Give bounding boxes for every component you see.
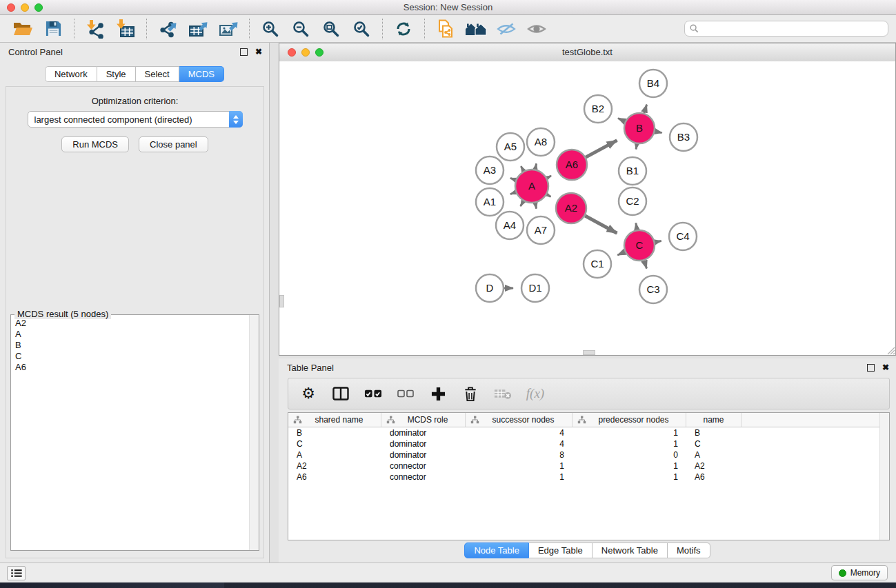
network-horizontal-scrollbar[interactable] <box>583 350 595 355</box>
criterion-dropdown[interactable]: largest connected component (directed) <box>28 111 243 128</box>
graph-node-B4[interactable]: B4 <box>639 70 667 97</box>
graph-node-A4[interactable]: A4 <box>496 212 524 239</box>
hide-selected-button[interactable] <box>493 18 519 40</box>
task-history-button[interactable] <box>7 566 26 580</box>
mcds-result-item[interactable]: A <box>15 329 249 340</box>
export-table-button[interactable] <box>185 18 211 40</box>
column-header-shared-name[interactable]: shared name <box>288 413 381 427</box>
refresh-view-button[interactable] <box>390 18 417 40</box>
table-settings-button[interactable]: ⚙ <box>299 384 317 403</box>
close-panel-icon-button[interactable]: ✖ <box>255 48 262 56</box>
graph-node-C2[interactable]: C2 <box>619 187 646 215</box>
clone-network-button[interactable] <box>432 18 459 40</box>
table-row[interactable]: Cdominator41C <box>288 438 889 449</box>
table-scrollbar[interactable] <box>879 413 889 540</box>
graph-edge-A6-B[interactable] <box>586 141 617 158</box>
graph-node-A[interactable]: A <box>515 170 548 203</box>
delete-table-button[interactable] <box>494 384 512 403</box>
close-window-button[interactable] <box>7 3 15 12</box>
zoom-out-button[interactable] <box>288 18 314 40</box>
split-columns-button[interactable] <box>332 384 350 403</box>
function-builder-button[interactable]: f(x) <box>526 384 544 403</box>
export-image-button[interactable] <box>215 18 241 40</box>
graph-edge-A-A5[interactable] <box>521 166 524 171</box>
minimize-window-button[interactable] <box>21 3 29 12</box>
import-table-button[interactable] <box>112 18 139 40</box>
column-header-mcds-role[interactable]: MCDS role <box>381 413 466 427</box>
network-vertical-scrollbar[interactable] <box>279 295 284 307</box>
graph-node-B[interactable]: B <box>624 113 655 143</box>
tab-motifs[interactable]: Motifs <box>668 543 710 558</box>
network-close-button[interactable] <box>288 48 296 57</box>
graph-node-D[interactable]: D <box>476 274 504 302</box>
import-network-button[interactable] <box>82 18 108 40</box>
tab-mcds[interactable]: MCDS <box>179 66 224 82</box>
graph-node-C3[interactable]: C3 <box>639 276 667 303</box>
column-header-predecessor-nodes[interactable]: predecessor nodes <box>573 413 686 427</box>
delete-column-button[interactable] <box>461 384 479 403</box>
mcds-result-item[interactable]: B <box>15 340 249 351</box>
graph-node-B3[interactable]: B3 <box>670 123 697 151</box>
graph-node-C4[interactable]: C4 <box>669 223 697 250</box>
open-file-button[interactable] <box>10 18 36 40</box>
close-panel-button[interactable]: Close panel <box>139 136 208 152</box>
table-row[interactable]: A2connector11A2 <box>288 460 889 472</box>
graph-edge-B-B3[interactable] <box>655 132 662 133</box>
graph-edge-A-A1[interactable] <box>510 192 516 194</box>
graph-node-B1[interactable]: B1 <box>619 157 646 185</box>
network-minimize-button[interactable] <box>301 48 310 57</box>
network-window-titlebar[interactable]: testGlobe.txt <box>279 43 895 62</box>
table-row[interactable]: Bdominator41B <box>288 427 889 438</box>
graph-node-A2[interactable]: A2 <box>556 193 586 223</box>
float-table-panel-button[interactable] <box>867 364 875 372</box>
graph-edge-C-C4[interactable] <box>655 241 661 243</box>
memory-button[interactable]: Memory <box>831 565 888 580</box>
resize-grip-icon[interactable] <box>886 345 895 355</box>
graph-edge-B-B1[interactable] <box>636 144 637 150</box>
zoom-selected-button[interactable] <box>348 18 375 40</box>
tab-network[interactable]: Network <box>45 66 97 82</box>
graph-node-A5[interactable]: A5 <box>497 133 524 161</box>
graph-node-A1[interactable]: A1 <box>476 188 504 216</box>
save-session-button[interactable] <box>40 18 66 40</box>
select-all-columns-button[interactable] <box>364 384 382 403</box>
home-layout-button[interactable] <box>463 18 489 40</box>
show-all-button[interactable] <box>524 18 550 40</box>
graph-edge-A-A3[interactable] <box>510 178 516 180</box>
graph-edge-C-C1[interactable] <box>617 252 625 255</box>
close-table-panel-button[interactable]: ✖ <box>882 363 889 372</box>
graph-node-D1[interactable]: D1 <box>521 274 549 302</box>
network-zoom-button[interactable] <box>315 48 323 57</box>
graph-node-A6[interactable]: A6 <box>557 150 587 180</box>
export-network-button[interactable] <box>155 18 181 40</box>
search-field[interactable] <box>684 21 888 37</box>
graph-edge-A2-C[interactable] <box>585 216 617 233</box>
run-mcds-button[interactable]: Run MCDS <box>61 136 129 152</box>
search-input[interactable] <box>701 23 888 34</box>
zoom-fit-button[interactable] <box>318 18 344 40</box>
graph-edge-A-A2[interactable] <box>547 194 551 196</box>
graph-node-C[interactable]: C <box>624 230 655 261</box>
graph-node-A7[interactable]: A7 <box>527 216 555 244</box>
deselect-columns-button[interactable] <box>397 384 415 403</box>
float-panel-button[interactable] <box>240 48 248 56</box>
tab-style[interactable]: Style <box>97 66 136 82</box>
zoom-window-button[interactable] <box>34 3 43 12</box>
table-row[interactable]: Adominator80A <box>288 449 889 460</box>
graph-node-B2[interactable]: B2 <box>584 95 612 123</box>
mcds-result-item[interactable]: A2 <box>15 318 249 329</box>
add-column-button[interactable] <box>429 384 447 403</box>
graph-edge-A-A4[interactable] <box>521 201 524 206</box>
graph-edge-A-A7[interactable] <box>535 203 537 209</box>
mcds-result-item[interactable]: C <box>15 351 249 362</box>
mcds-result-item[interactable]: A6 <box>15 362 249 373</box>
tab-select[interactable]: Select <box>136 66 179 82</box>
graph-edge-B-B4[interactable] <box>644 105 647 113</box>
column-header-successor-nodes[interactable]: successor nodes <box>466 413 573 427</box>
tab-node-table[interactable]: Node Table <box>464 543 529 558</box>
tab-edge-table[interactable]: Edge Table <box>529 543 593 558</box>
zoom-in-button[interactable] <box>257 18 283 40</box>
graph-edge-B-B2[interactable] <box>618 119 625 122</box>
tab-network-table[interactable]: Network Table <box>593 543 668 558</box>
graph-node-A3[interactable]: A3 <box>476 156 504 184</box>
